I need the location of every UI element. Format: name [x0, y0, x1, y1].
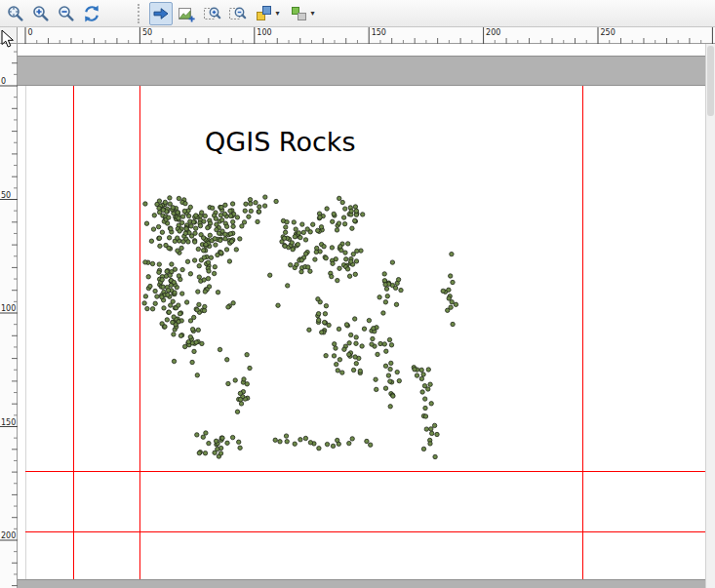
svg-text:150: 150: [372, 28, 386, 37]
select-arrow-icon: [151, 4, 171, 23]
map-item[interactable]: [18, 44, 705, 588]
toolbar-grip[interactable]: [138, 4, 144, 23]
raise-items-button[interactable]: ▾: [251, 2, 284, 25]
guide-line-vertical[interactable]: [582, 86, 583, 579]
zoom-out-icon: [57, 4, 76, 23]
zoom-item-icon: [202, 4, 221, 23]
svg-text:50: 50: [142, 28, 152, 37]
dropdown-arrow-icon[interactable]: ▾: [275, 9, 279, 18]
svg-text:0: 0: [28, 28, 33, 37]
move-content-icon: [177, 4, 196, 23]
guide-line-vertical[interactable]: [73, 86, 74, 579]
mouse-cursor-icon: [1, 29, 15, 52]
point-layer: [142, 195, 458, 459]
svg-text:150: 150: [1, 418, 16, 427]
select-move-item-button[interactable]: [149, 2, 173, 25]
svg-text:200: 200: [486, 28, 500, 37]
guide-line-horizontal[interactable]: [25, 471, 705, 472]
vertical-ruler[interactable]: 050100150200: [0, 44, 18, 588]
vertical-scrollbar[interactable]: [705, 44, 715, 588]
align-icon: [290, 4, 309, 23]
align-items-button[interactable]: ▾: [286, 2, 319, 25]
svg-text:50: 50: [1, 191, 11, 200]
zoom-in-icon: [31, 4, 51, 23]
svg-text:250: 250: [601, 28, 616, 37]
svg-text:100: 100: [257, 28, 271, 37]
svg-text:100: 100: [1, 304, 16, 313]
svg-text:200: 200: [1, 531, 16, 540]
zoom-out-button[interactable]: [55, 2, 78, 25]
composer-canvas[interactable]: QGIS Rocks: [18, 44, 705, 588]
zoom-item-full-button[interactable]: [225, 2, 249, 25]
refresh-button[interactable]: [80, 2, 103, 25]
move-item-content-button[interactable]: [175, 2, 198, 25]
raise-icon: [255, 4, 274, 23]
guide-line-vertical[interactable]: [139, 86, 140, 579]
guide-line-horizontal[interactable]: [25, 531, 705, 532]
composer-label-item[interactable]: QGIS Rocks: [205, 127, 355, 157]
zoom-item-content-button[interactable]: [200, 2, 223, 25]
vertical-scrollbar-thumb[interactable]: [707, 46, 714, 116]
zoom-item-full-icon: [227, 4, 247, 23]
zoom-full-icon: [6, 4, 25, 23]
zoom-full-button[interactable]: [4, 2, 27, 25]
qgis-composer-window: ▾▾ 050100150200250 050100150200 QGIS Roc…: [0, 0, 715, 588]
svg-text:0: 0: [1, 77, 6, 86]
horizontal-ruler[interactable]: 050100150200250: [18, 27, 715, 44]
toolbar: ▾▾: [0, 0, 715, 27]
toolbar-spacer: [104, 2, 136, 25]
zoom-in-button[interactable]: [29, 2, 53, 25]
dropdown-arrow-icon[interactable]: ▾: [310, 9, 314, 18]
refresh-icon: [82, 4, 101, 23]
